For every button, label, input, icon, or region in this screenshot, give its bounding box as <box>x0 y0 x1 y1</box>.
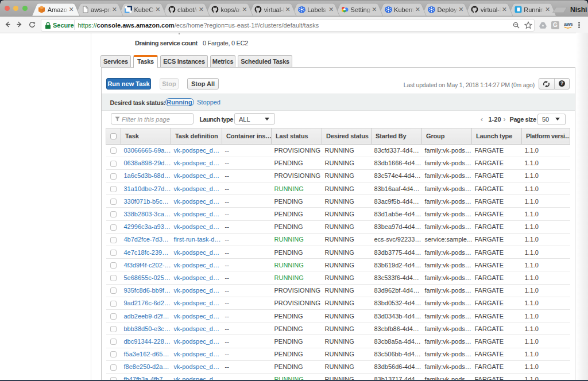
svg-text:aws: aws <box>564 21 572 27</box>
